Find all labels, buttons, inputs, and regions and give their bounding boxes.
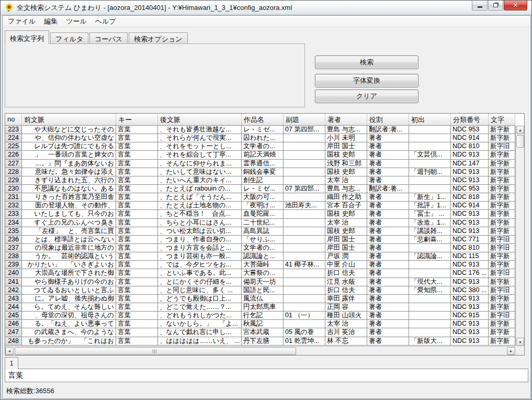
cell-first-publication bbox=[409, 176, 451, 185]
cell-no: 228 bbox=[5, 168, 22, 176]
table-row[interactable]: 226」 一番頭の言葉と婢女の言葉、それを綜合して丁寧...前記天満焼国枝 史郎… bbox=[5, 151, 515, 159]
table-row[interactable]: 231りきった百姓言葉乃至田舎言葉、たとえば「そうだん...大阪の可...織田 … bbox=[5, 193, 515, 202]
table-row[interactable]: 241やら御様子ありげの今のお言葉、とにかくその仔細を...備前天一坊江見 水蔭… bbox=[5, 278, 515, 286]
col-header-subtitle[interactable]: 副題 bbox=[284, 114, 325, 125]
tab-0[interactable]: 検索文字列 bbox=[5, 30, 49, 44]
scroll-up-icon[interactable]: ▲ bbox=[516, 126, 524, 134]
table-row[interactable]: 246る。「ねえ、よい悪事って言葉、ないかしら。」 「よ...秋風記太宰 治著者… bbox=[5, 320, 515, 328]
cell-first-publication: 「新版大... bbox=[409, 337, 451, 346]
scroll-down-icon[interactable]: ▼ bbox=[516, 338, 524, 346]
col-header-no[interactable]: no bbox=[5, 114, 22, 125]
result-set-tab-1[interactable]: 1 bbox=[5, 357, 18, 369]
tab-3[interactable]: 検索オプション bbox=[129, 32, 188, 44]
col-header-role[interactable]: 役割 bbox=[367, 114, 409, 125]
col-header-key[interactable]: キー bbox=[116, 114, 158, 125]
selected-key-field[interactable] bbox=[5, 369, 528, 382]
table-row[interactable]: 224や、信仰の伴わない空虚な言葉、それらが何んで現実...囚われた...小川 … bbox=[5, 134, 515, 142]
cell-first-publication bbox=[409, 328, 451, 337]
col-header-charset[interactable]: 文字 bbox=[489, 114, 515, 125]
table-row[interactable]: 237の現象は最近非常に地方の言葉、つまり方言を会話と...文学者の...岸田 … bbox=[5, 244, 515, 252]
table-row[interactable]: 236とは、標準語とは云へない言葉、つまり、作者自身の...「せりふ...岸田 … bbox=[5, 236, 515, 244]
cell-work-title: 霊界通信... bbox=[242, 160, 284, 168]
menu-item-3[interactable]: ヘルプ bbox=[91, 16, 120, 27]
search-button[interactable]: 検索 bbox=[315, 55, 418, 69]
cell-key: 言葉 bbox=[116, 312, 158, 320]
cell-work-title: 大阪の可... bbox=[242, 193, 284, 202]
col-header-ndc-number[interactable]: 分類番号 bbox=[451, 114, 489, 125]
table-row[interactable]: 234すぐ上の兄のふんべつ臭き言葉、ちらと小耳にはさん...二十世紀...太宰 … bbox=[5, 219, 515, 227]
table-row[interactable]: 227…。』問『まあ勿体ないお言葉、そんなに仰せられま...霊界通信...浅野 … bbox=[5, 160, 515, 168]
table-row[interactable]: 229きずり込まれた五、六行の言葉、たいへん重大のキイ...創生記太宰 治著者N… bbox=[5, 176, 515, 185]
horizontal-scrollbar[interactable]: ◄ ► bbox=[5, 346, 515, 355]
cell-no: 245 bbox=[5, 312, 22, 320]
table-row[interactable]: 232面の登場人物、その動作、言葉、たとえば土地名物の...「夜明け...池田寿… bbox=[5, 202, 515, 210]
cell-prev-context: 大崇高な場所で下された御 bbox=[22, 269, 116, 277]
col-header-post-context[interactable]: 後文脈 bbox=[158, 114, 242, 125]
horizontal-scrollbar-thumb[interactable] bbox=[15, 347, 296, 355]
menu-item-0[interactable]: ファイル bbox=[4, 16, 40, 27]
cell-role: 著者 bbox=[367, 134, 409, 142]
table-row[interactable]: 223や大砲などに交じったその言葉、それも皆勇壮激越な...レ・ミゼ...07 … bbox=[5, 126, 515, 134]
cell-author: 織田 作之助 bbox=[325, 193, 367, 202]
cell-prev-context: かりたい」 「いさぎよいお bbox=[22, 261, 116, 269]
minimize-button[interactable] bbox=[472, 1, 488, 10]
col-header-prev-context[interactable]: 前文脈 bbox=[22, 114, 116, 125]
cell-work-title: 二十世紀... bbox=[242, 219, 284, 227]
cell-role: 翻訳者:著... bbox=[367, 126, 409, 134]
cell-first-publication: 「認識論... bbox=[409, 252, 451, 261]
client-area: ファイル編集ツールヘルプ 検索文字列フィルタコーパス検索オプション 本文 前文脈… bbox=[2, 15, 531, 399]
cell-work-title: 大菩薩峠 bbox=[242, 261, 284, 269]
cell-subtitle: 07 第四部... bbox=[284, 185, 325, 193]
cell-no: 241 bbox=[5, 278, 22, 286]
cell-prev-context: ら。てめえ、そんな難しい bbox=[22, 303, 116, 312]
cell-work-title: 認識論と... bbox=[242, 252, 284, 261]
table-row[interactable]: 230不思議なものはない。ある言葉、たとえば rabouin の...レ・ミゼ.… bbox=[5, 185, 515, 193]
vertical-scrollbar-thumb[interactable] bbox=[516, 135, 524, 148]
cell-no: 240 bbox=[5, 269, 22, 277]
cell-first-publication bbox=[409, 261, 451, 269]
vertical-scrollbar[interactable]: ▲ ▼ bbox=[515, 126, 524, 346]
cell-role: 著者 bbox=[367, 328, 409, 337]
cell-first-publication bbox=[409, 160, 451, 168]
table-row[interactable]: 225レルブは先づ誰にでも分る言葉、それをモットーとし...文学者の...岸田 … bbox=[5, 142, 515, 151]
cell-no: 244 bbox=[5, 303, 22, 312]
cell-charset: 新字新 bbox=[489, 210, 515, 218]
tab-1[interactable]: フィルタ bbox=[50, 32, 88, 44]
clear-button[interactable]: クリア bbox=[315, 90, 418, 103]
col-header-first-publication[interactable]: 初出 bbox=[409, 114, 451, 125]
close-button[interactable]: ✕ bbox=[504, 1, 527, 10]
cell-first-publication: 「講談雑... bbox=[409, 227, 451, 236]
font-convert-button[interactable]: 字体変換 bbox=[315, 74, 418, 87]
table-row[interactable]: 248も参ったのか」 「これはお言葉、ははははは……いえ、 ...丹下左膳01 … bbox=[5, 337, 515, 346]
table-row[interactable]: 243に。アレ嘘、後先揃わぬ御言葉、どうでも殿御は口上...風流仏幸田 露伴著者… bbox=[5, 295, 515, 303]
tab-2[interactable]: コーパス bbox=[89, 32, 128, 44]
cell-no: 234 bbox=[5, 219, 22, 227]
cell-charset: 新字旧 bbox=[489, 142, 515, 151]
table-row[interactable]: 240大崇高な場所で下された御言葉、といふ事である。此...大嘗祭の...折口 … bbox=[5, 269, 515, 277]
menu-item-1[interactable]: 編集 bbox=[40, 16, 62, 27]
menu-item-2[interactable]: ツール bbox=[62, 16, 91, 27]
table-row[interactable]: 228意味だ。急々如律令は添え言葉、たいして意味はない...銅銭会事変国枝 史郎… bbox=[5, 168, 515, 176]
cell-post-context: 、といふ事である。此... bbox=[158, 269, 242, 277]
menu-bar: ファイル編集ツールヘルプ bbox=[3, 16, 530, 27]
table-row[interactable]: 239かりたい」 「いさぎよいお言葉、では、今夕ヒツをお...大菩薩峠41 椰子… bbox=[5, 261, 515, 269]
cell-ndc-number: NDC 818 bbox=[451, 193, 489, 202]
restore-button[interactable] bbox=[488, 1, 503, 10]
scroll-right-icon[interactable]: ► bbox=[507, 347, 515, 355]
cell-no: 237 bbox=[5, 244, 22, 252]
col-header-work-title[interactable]: 作品名 bbox=[242, 114, 284, 125]
col-header-author[interactable]: 著者 bbox=[325, 114, 367, 125]
table-row[interactable]: 242つてゐるおいとしいと言ふ言葉、と同じ意味に、多く ...国語と民...折口… bbox=[5, 286, 515, 295]
cell-key: 言葉 bbox=[116, 168, 158, 176]
table-row[interactable]: 238うか。 芸術的認識という言葉、つまり芸術も亦一般...認識論と...戸坂 … bbox=[5, 252, 515, 261]
scroll-left-icon[interactable]: ◄ bbox=[5, 347, 14, 355]
table-row[interactable]: 233いたしましても、只今のお言葉、ちと不穏当！ 合点...血曼陀羅...国枝 … bbox=[5, 210, 515, 218]
table-row[interactable]: 245、母堂の深切、祖母さんの言葉、どれもうれしかつた...行乞記01 （一）種… bbox=[5, 312, 515, 320]
table-row[interactable]: 247の武蔵さまへ、今のような言葉、なんで戯れ言に申し...宮本武蔵05 風の巻… bbox=[5, 328, 515, 337]
cell-work-title: 「夜明け... bbox=[242, 202, 284, 210]
table-row[interactable]: 235「左様」 と、売言葉に買言葉、つい松太郎は云い切...高島異誌国枝 史郎著… bbox=[5, 227, 515, 236]
cell-no: 238 bbox=[5, 252, 22, 261]
title-bar[interactable]: 全文検索システム ひまわり - [aozora_20140401] - Y:¥H… bbox=[1, 1, 531, 15]
cell-charset: 新字新 bbox=[489, 151, 515, 159]
table-row[interactable]: 244ら。てめえ、そんな難しい言葉、どこで覚えた……？...円太郎馬車正岡 容著… bbox=[5, 303, 515, 312]
